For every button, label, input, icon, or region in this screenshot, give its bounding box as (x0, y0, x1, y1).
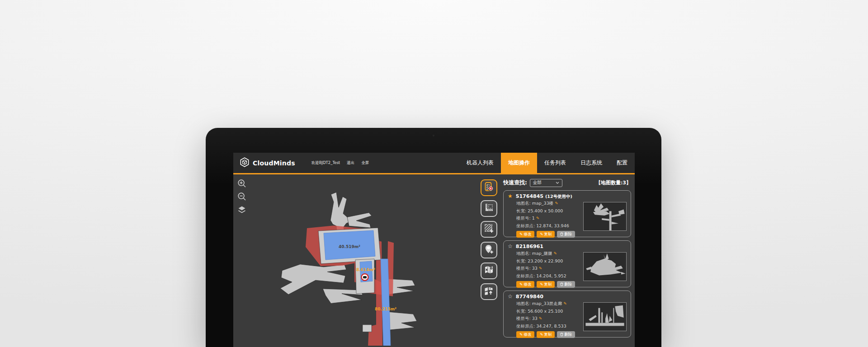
app-screen: CloudMinds 欢迎BJDT2_Test 退出 全屏 机器人列表 地图操作… (233, 153, 635, 347)
field-label: 楼层号: (516, 266, 531, 271)
map-in-use-tag: (12号使用中) (545, 193, 572, 200)
area-label-2: 8.614m² (356, 267, 375, 272)
nav-tab-map-operation[interactable]: 地图操作 (501, 153, 537, 173)
content-row: 40.519m² 8.614m² 80.215m² (233, 174, 635, 346)
cloudminds-logo-icon (240, 157, 250, 169)
zoom-out-icon[interactable] (237, 192, 246, 201)
card-header: ☆ 87749840 (508, 293, 627, 300)
map-card[interactable]: ☆ 82186961 地图名: map_腿腿✎ 长宽: 23.200 x 22.… (503, 240, 631, 287)
robot-position-marker[interactable] (362, 274, 368, 281)
delete-map-button[interactable]: 删除 (557, 281, 575, 288)
delete-map-button[interactable]: 删除 (557, 231, 575, 238)
field-label: 长宽: (516, 309, 526, 314)
field-label: 长宽: (516, 258, 526, 263)
main-nav: 机器人列表 地图操作 任务列表 日志系统 配置 (459, 153, 635, 173)
quick-search-label: 快速查找: (503, 179, 527, 187)
area-label-3: 80.215m² (375, 307, 396, 311)
occupancy-grid-map[interactable]: 40.519m² 8.614m² 80.215m² (233, 174, 476, 346)
measure-map-icon (484, 202, 494, 215)
map-count-badge: 【地图数量:3】 (596, 179, 631, 186)
layers-icon[interactable] (237, 205, 246, 214)
nav-tab-log-system[interactable]: 日志系统 (573, 153, 609, 173)
pencil-icon: ✎ (519, 333, 523, 337)
map-name-value: map_腿腿 (532, 251, 552, 256)
map-zoom-controls (237, 179, 246, 214)
brand-logo[interactable]: CloudMinds (233, 153, 295, 173)
nav-tab-task-list[interactable]: 任务列表 (537, 153, 573, 173)
measure-map-tool[interactable] (481, 200, 497, 217)
brand-name: CloudMinds (253, 159, 295, 167)
map-list-panel: 快速查找: 全部 【地图数量:3】 ★ 517648 (501, 174, 635, 346)
origin-value: 34.247, 8.533 (536, 324, 566, 328)
nav-tab-config[interactable]: 配置 (609, 153, 635, 173)
upload-map-tool[interactable] (481, 283, 497, 300)
map-id: 82186961 (516, 243, 543, 250)
map-thumbnail[interactable] (583, 252, 627, 281)
add-point-tool[interactable] (481, 242, 497, 258)
welcome-text: 欢迎BJDT2_Test (311, 160, 340, 166)
delete-map-tool[interactable] (481, 263, 497, 279)
origin-value: 14.204, 5.952 (536, 273, 566, 278)
session-info: 欢迎BJDT2_Test 退出 全屏 (311, 153, 369, 173)
edit-floor-pencil-icon[interactable]: ✎ (539, 266, 542, 271)
add-virtual-wall-tool[interactable] (481, 221, 497, 238)
map-name-value: map_33层走廊 (532, 301, 562, 306)
map-card[interactable]: ☆ 87749840 地图名: map_33层走廊✎ 长宽: 56.600 x … (503, 291, 631, 338)
edit-map-button[interactable]: ✎修改 (516, 331, 534, 338)
copy-map-button[interactable]: ✎复制 (537, 281, 555, 288)
point-task-list-icon (484, 182, 494, 194)
map-tool-rail (476, 174, 501, 346)
favorite-star-icon[interactable]: ☆ (508, 243, 513, 250)
field-label: 坐标原点: (516, 223, 535, 228)
add-virtual-wall-icon (484, 223, 494, 235)
nav-tab-robot-list[interactable]: 机器人列表 (459, 153, 501, 173)
card-actions: ✎修改 ✎复制 删除 (508, 231, 627, 238)
logout-link[interactable]: 退出 (347, 160, 354, 166)
area-label-1: 40.519m² (339, 244, 360, 249)
map-thumbnail[interactable] (583, 302, 627, 331)
desktop-background: CloudMinds 欢迎BJDT2_Test 退出 全屏 机器人列表 地图操作… (0, 0, 868, 347)
delete-map-button[interactable]: 删除 (557, 331, 575, 338)
edit-name-pencil-icon[interactable]: ✎ (563, 301, 567, 306)
map-id: 87749840 (516, 293, 543, 300)
floor-value: 1 (532, 216, 535, 220)
favorite-star-icon[interactable]: ☆ (508, 293, 513, 300)
edit-map-button[interactable]: ✎修改 (516, 281, 534, 288)
map-filter-select[interactable]: 全部 (530, 179, 562, 187)
pencil-icon: ✎ (540, 282, 543, 286)
trash-icon (560, 282, 563, 286)
copy-map-button[interactable]: ✎复制 (537, 231, 555, 238)
map-upload-icon (484, 286, 494, 298)
fullscreen-link[interactable]: 全屏 (361, 160, 369, 166)
field-label: 长宽: (516, 208, 526, 213)
field-label: 地图名: (516, 201, 531, 206)
edit-floor-pencil-icon[interactable]: ✎ (536, 216, 540, 220)
map-id: 51764845 (516, 193, 543, 200)
card-actions: ✎修改 ✎复制 删除 (508, 281, 627, 288)
field-label: 坐标原点: (516, 324, 535, 328)
map-card[interactable]: ★ 51764845 (12号使用中) 地图名: map_33楼✎ 长宽: 25… (503, 190, 631, 237)
map-size-value: 23.200 x 22.900 (528, 258, 563, 263)
map-viewport[interactable]: 40.519m² 8.614m² 80.215m² (233, 174, 476, 346)
edit-floor-pencil-icon[interactable]: ✎ (539, 316, 542, 321)
field-label: 坐标原点: (516, 273, 535, 278)
point-task-list-tool[interactable] (481, 179, 497, 196)
field-label: 地图名: (516, 251, 531, 256)
pencil-icon: ✎ (540, 232, 543, 236)
edit-name-pencil-icon[interactable]: ✎ (555, 201, 558, 206)
origin-value: 12.874, 33.946 (536, 223, 569, 228)
favorite-star-icon[interactable]: ★ (508, 193, 513, 200)
add-point-icon (484, 244, 494, 256)
edit-map-button[interactable]: ✎修改 (516, 231, 534, 238)
copy-map-button[interactable]: ✎复制 (537, 331, 555, 338)
map-thumbnail[interactable] (583, 202, 627, 231)
panel-header: 快速查找: 全部 【地图数量:3】 (503, 178, 631, 188)
webcam-dot (433, 135, 434, 136)
zoom-in-icon[interactable] (237, 179, 246, 188)
field-label: 地图名: (516, 301, 531, 306)
map-size-value: 56.600 x 25.100 (528, 309, 563, 314)
edit-name-pencil-icon[interactable]: ✎ (554, 251, 557, 256)
selected-option: 全部 (533, 180, 542, 186)
pencil-icon: ✎ (519, 232, 523, 236)
top-navbar: CloudMinds 欢迎BJDT2_Test 退出 全屏 机器人列表 地图操作… (233, 153, 635, 174)
